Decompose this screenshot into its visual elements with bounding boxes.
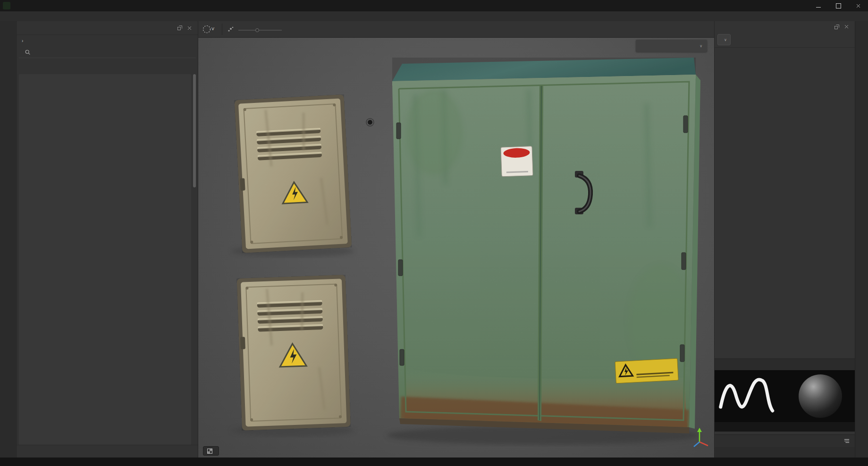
presets-panel: › <box>17 21 198 458</box>
tool-strip <box>0 21 17 458</box>
close-icon <box>187 25 192 31</box>
brush-section-header[interactable] <box>715 434 855 447</box>
search-input[interactable] <box>34 48 169 56</box>
brush-tip-preview[interactable]: ˅ <box>202 23 214 35</box>
close-icon <box>844 24 849 29</box>
minimize-icon <box>816 7 821 8</box>
chevron-down-icon: ∨ <box>699 44 702 48</box>
right-dock-strip <box>855 21 868 458</box>
search-bar[interactable] <box>19 46 196 58</box>
elec-cabinet-large <box>392 58 700 434</box>
layers-panel: ∨ <box>714 21 855 458</box>
distance-slider[interactable] <box>237 28 283 32</box>
chevron-down-icon: ∨ <box>724 38 727 42</box>
channel-dropdown[interactable]: ∨ <box>717 34 731 45</box>
brush-stroke-preview <box>715 370 786 422</box>
material-sphere-preview <box>786 370 855 422</box>
maximize-icon <box>836 3 841 8</box>
close-button[interactable] <box>848 0 868 11</box>
minimize-button[interactable] <box>809 0 828 11</box>
panel-close-button[interactable] <box>842 22 851 32</box>
panel-close-button[interactable] <box>185 23 194 33</box>
popout-icon <box>177 25 183 31</box>
presets-scrollbar[interactable] <box>193 74 196 187</box>
library-tree-root[interactable]: › <box>17 35 198 46</box>
chevron-right-icon: › <box>22 38 23 43</box>
elec-box-small-bottom <box>237 275 351 431</box>
layers-toolbar: ∨ <box>715 32 855 48</box>
elec-box-small-top <box>235 94 352 253</box>
popout-icon <box>834 24 840 30</box>
title-bar <box>0 0 868 11</box>
preset-filters <box>17 59 198 71</box>
preset-grid <box>19 74 191 445</box>
axis-gizmo <box>694 428 708 447</box>
brush-preview-toolbar <box>715 422 855 432</box>
status-bar <box>0 458 868 466</box>
distance-param[interactable] <box>237 27 283 32</box>
danger-banner <box>615 358 678 383</box>
chevron-down-icon: ˅ <box>211 26 215 33</box>
menu-bar <box>0 11 868 22</box>
brush-cursor <box>368 120 372 125</box>
bottom-panel-tabs <box>715 358 855 370</box>
app-logo <box>3 2 10 9</box>
brush-tip-icon <box>202 25 211 34</box>
panel-popout-button[interactable] <box>175 23 185 33</box>
viewport-scene <box>198 38 714 458</box>
presets-footer <box>17 445 198 458</box>
maximize-button[interactable] <box>828 0 848 11</box>
toolbar-divider <box>222 24 222 35</box>
layer-list <box>715 48 855 359</box>
menu-icon[interactable] <box>843 438 850 444</box>
app-window: ˅ › <box>0 0 868 466</box>
viewport-3d[interactable]: ∨ <box>198 38 714 458</box>
mask-icon <box>207 449 212 454</box>
danger-sticker <box>501 146 533 177</box>
search-icon <box>25 49 31 55</box>
shading-mode-dropdown[interactable]: ∨ <box>636 40 707 52</box>
panel-popout-button[interactable] <box>832 22 842 32</box>
distance-dots-icon <box>227 25 235 33</box>
contextual-toolbar: ˅ <box>198 21 714 38</box>
brush-preview-area <box>715 370 855 422</box>
mask-toggle-button[interactable] <box>203 446 219 456</box>
close-icon <box>856 3 861 8</box>
